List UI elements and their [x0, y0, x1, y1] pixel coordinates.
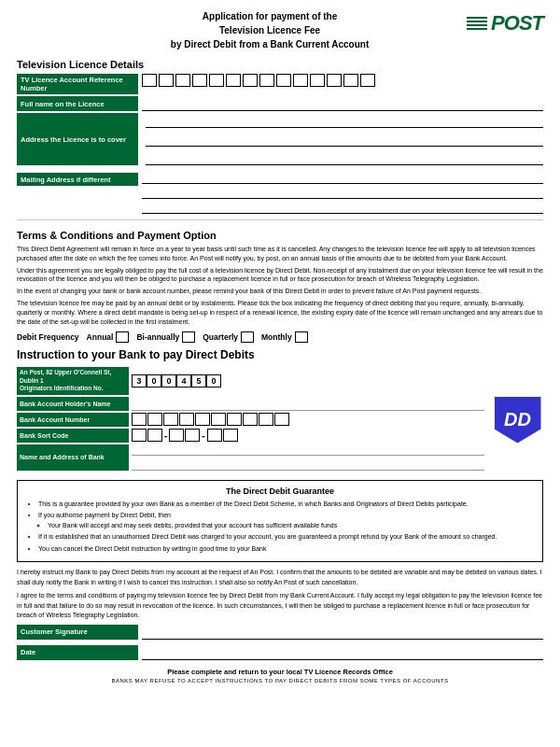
dd-logo-text: DD — [504, 409, 531, 430]
sort-box-2[interactable] — [147, 429, 162, 442]
guarantee-subitem-1: Your Bank will accept and may seek debit… — [48, 521, 535, 531]
logo-text: POST — [491, 11, 543, 35]
freq-quarterly-box[interactable] — [241, 331, 254, 343]
header: Application for payment of the Televisio… — [17, 9, 543, 51]
ref-box-1[interactable] — [142, 74, 157, 87]
bank-name-line[interactable] — [132, 444, 484, 456]
sort-code-row: Bank Sort Code - - — [17, 429, 484, 443]
address-line-3[interactable] — [146, 150, 543, 165]
bank-address-label: Name and Address of Bank — [17, 444, 129, 471]
freq-biannually-box[interactable] — [182, 331, 195, 343]
page: Application for payment of the Televisio… — [0, 0, 560, 693]
org-box-2[interactable]: 0 — [147, 374, 161, 388]
signature-input[interactable] — [142, 625, 543, 640]
mailing-label: Mailing Address if different — [17, 173, 138, 186]
ref-box-12[interactable] — [327, 74, 342, 87]
sort-box-3[interactable] — [169, 429, 184, 442]
account-holder-label: Bank Account Holder's Name — [17, 397, 129, 411]
guarantee-item-4: You can cancel the Direct Debit Instruct… — [38, 544, 535, 555]
acct-box-8[interactable] — [243, 413, 258, 426]
freq-monthly: Monthly — [261, 331, 308, 343]
address-line-1[interactable] — [146, 113, 543, 128]
post-logo: POST — [467, 11, 543, 35]
ref-box-7[interactable] — [243, 74, 258, 87]
ref-box-6[interactable] — [226, 74, 241, 87]
org-box-1[interactable]: 3 — [132, 374, 147, 388]
full-name-label: Full name on the Licence — [17, 96, 138, 111]
signature-row: Customer Signature — [17, 625, 543, 640]
acct-box-2[interactable] — [147, 413, 162, 426]
freq-annual-label: Annual — [87, 332, 114, 342]
freq-biannually-label: Bi-annually — [136, 332, 179, 342]
declaration-text-1: I hereby instruct my Bank to pay Direct … — [17, 568, 543, 587]
ref-box-5[interactable] — [209, 74, 224, 87]
ref-box-10[interactable] — [293, 74, 308, 87]
account-number-boxes — [132, 413, 289, 427]
mailing-line-2[interactable] — [142, 188, 543, 199]
acct-box-6[interactable] — [211, 413, 226, 426]
guarantee-item-1: This is a guarantee provided by your own… — [38, 500, 535, 510]
freq-quarterly: Quarterly — [203, 331, 254, 343]
mailing-line-1[interactable] — [142, 173, 543, 184]
logo-lines — [467, 17, 487, 30]
full-name-input[interactable] — [142, 96, 543, 111]
org-box-4[interactable]: 4 — [176, 374, 191, 388]
account-number-row: Bank Account Number — [17, 413, 484, 427]
freq-monthly-box[interactable] — [295, 331, 308, 343]
acct-box-1[interactable] — [132, 413, 147, 426]
ref-box-14[interactable] — [360, 74, 375, 87]
acct-box-4[interactable] — [179, 413, 194, 426]
address-line-2[interactable] — [146, 132, 543, 147]
acct-box-5[interactable] — [195, 413, 210, 426]
account-number-label: Bank Account Number — [17, 413, 129, 427]
dd-logo: DD — [495, 397, 541, 444]
acct-box-9[interactable] — [259, 413, 273, 426]
mailing-input-area — [142, 173, 543, 214]
sort-box-4[interactable] — [185, 429, 200, 442]
ref-box-3[interactable] — [175, 74, 190, 87]
ref-box-11[interactable] — [310, 74, 325, 87]
ref-box-4[interactable] — [192, 74, 207, 87]
ref-box-9[interactable] — [276, 74, 291, 87]
address-row: Address the Licence is to cover — [17, 113, 543, 165]
date-label: Date — [17, 645, 138, 660]
freq-annual-box[interactable] — [116, 331, 129, 343]
mailing-row: Mailing Address if different — [17, 173, 543, 214]
footer-line1: Please complete and return to your local… — [17, 668, 543, 676]
date-input[interactable] — [142, 645, 543, 660]
guarantee-box: The Direct Debit Guarantee This is a gua… — [17, 480, 543, 563]
ref-box-8[interactable] — [259, 74, 274, 87]
org-box-5[interactable]: 5 — [191, 374, 206, 388]
ref-box-13[interactable] — [343, 74, 358, 87]
dd-logo-container: DD — [492, 367, 543, 472]
sort-dash-1: - — [164, 430, 167, 441]
acct-box-7[interactable] — [227, 413, 242, 426]
org-number-boxes: 3 0 0 4 5 0 — [132, 367, 221, 394]
guarantee-title: The Direct Debit Guarantee — [25, 486, 535, 496]
mailing-line-3[interactable] — [142, 203, 543, 214]
divider-1 — [17, 219, 543, 220]
tv-licence-ref-label: TV Licence Account Reference Number — [17, 74, 138, 94]
org-box-6[interactable]: 0 — [206, 374, 221, 388]
address-label: Address the Licence is to cover — [17, 113, 138, 165]
org-box-3[interactable]: 0 — [161, 374, 176, 388]
debit-frequency-row: Debit Frequency Annual Bi-annually Quart… — [17, 331, 543, 343]
bank-address-line[interactable] — [132, 459, 484, 471]
bank-address-row: Name and Address of Bank — [17, 444, 484, 471]
originator-label: An Post, 82 Upper O'Connell St, Dublin 1… — [17, 367, 129, 394]
acct-box-10[interactable] — [274, 413, 289, 426]
sort-box-1[interactable] — [132, 429, 147, 442]
sort-box-6[interactable] — [223, 429, 238, 442]
sort-box-5[interactable] — [207, 429, 222, 442]
bank-left: An Post, 82 Upper O'Connell St, Dublin 1… — [17, 367, 484, 472]
debit-freq-label: Debit Frequency — [17, 332, 79, 342]
footer-line2: BANKS MAY REFUSE TO ACCEPT INSTRUCTIONS … — [17, 678, 543, 684]
ref-box-2[interactable] — [159, 74, 174, 87]
acct-box-3[interactable] — [163, 413, 178, 426]
declaration-text-2: I agree to the terms and conditions of p… — [17, 591, 543, 621]
account-holder-input[interactable] — [132, 397, 484, 411]
tv-licence-ref-boxes — [142, 74, 375, 94]
sort-dash-2: - — [202, 430, 204, 441]
guarantee-item-2: If you authorise payment by Direct Debit… — [38, 511, 535, 530]
full-name-row: Full name on the Licence — [17, 96, 543, 111]
